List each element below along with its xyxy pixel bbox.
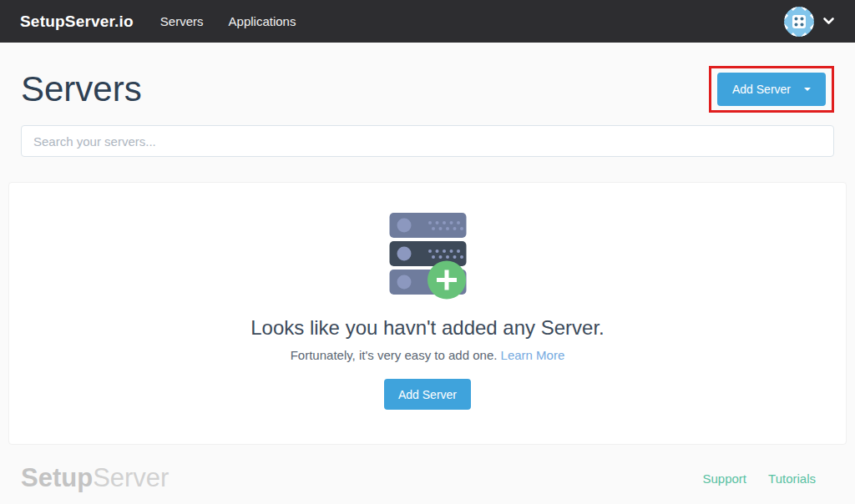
server-stack-illustration-icon (388, 213, 468, 300)
page-title: Servers (21, 72, 142, 107)
empty-state-heading: Looks like you havn't added any Server. (9, 316, 846, 340)
footer: SetupServer Support Tutorials (21, 464, 834, 492)
search-input[interactable] (21, 125, 834, 157)
add-server-dropdown-label: Add Server (732, 83, 791, 96)
empty-state-card: Looks like you havn't added any Server. … (8, 182, 847, 445)
nav-item-servers[interactable]: Servers (160, 14, 204, 28)
add-server-button[interactable]: Add Server (384, 379, 471, 410)
footer-logo-light: Server (93, 463, 169, 492)
footer-link-support[interactable]: Support (702, 471, 746, 486)
dropdown-caret-icon (804, 88, 811, 91)
learn-more-link[interactable]: Learn More (501, 348, 565, 362)
top-navbar: SetupServer.io Servers Applications (0, 0, 855, 43)
footer-logo-bold: Setup (21, 463, 93, 492)
footer-links: Support Tutorials (702, 471, 816, 486)
annotation-highlight-box: Add Server (709, 66, 834, 113)
account-menu-chevron-down-icon[interactable] (822, 17, 835, 26)
main-content: Servers Add Server (0, 63, 855, 492)
navbar-right (784, 7, 835, 37)
nav-item-applications[interactable]: Applications (229, 14, 296, 28)
empty-state-subtext-text: Fortunately, it's very easy to add one. (291, 348, 498, 362)
footer-logo: SetupServer (21, 464, 169, 492)
page-header: Servers Add Server (21, 63, 834, 115)
footer-link-tutorials[interactable]: Tutorials (768, 471, 816, 486)
user-avatar-icon[interactable] (784, 7, 814, 37)
brand-logo[interactable]: SetupServer.io (20, 13, 134, 31)
empty-state-subtext: Fortunately, it's very easy to add one. … (9, 348, 846, 362)
add-server-dropdown-button[interactable]: Add Server (717, 73, 826, 106)
